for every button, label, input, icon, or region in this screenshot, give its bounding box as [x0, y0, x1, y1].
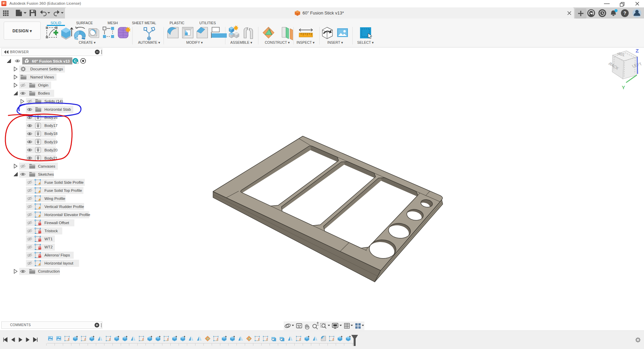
svg-text:Y: Y: [622, 84, 625, 90]
svg-text:Z: Z: [636, 49, 639, 54]
